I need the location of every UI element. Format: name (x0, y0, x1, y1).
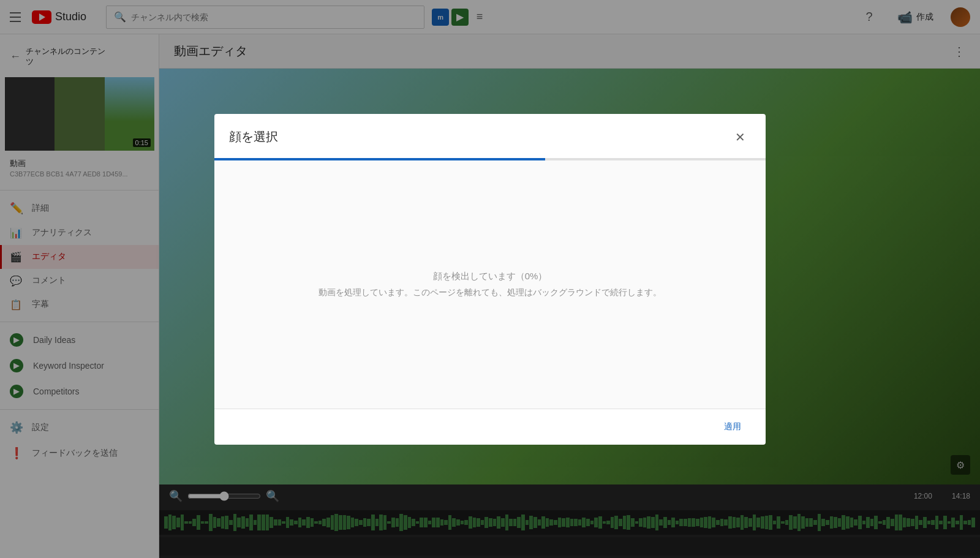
modal-body: 顔を検出しています（0%） 動画を処理しています。このページを離れても、処理はバ… (214, 160, 766, 409)
modal-header: 顔を選択 ✕ (214, 114, 766, 158)
modal-overlay: 顔を選択 ✕ 顔を検出しています（0%） 動画を処理しています。このページを離れ… (0, 0, 980, 558)
modal-status-text: 顔を検出しています（0%） (433, 271, 548, 282)
modal-progress-bar (214, 158, 766, 160)
modal-close-button[interactable]: ✕ (729, 126, 751, 148)
close-icon: ✕ (735, 130, 745, 145)
modal-footer: 適用 (214, 409, 766, 445)
apply-button[interactable]: 適用 (714, 417, 751, 437)
face-select-modal: 顔を選択 ✕ 顔を検出しています（0%） 動画を処理しています。このページを離れ… (214, 114, 766, 445)
modal-sub-text: 動画を処理しています。このページを離れても、処理はバックグラウンドで続行します。 (318, 287, 662, 298)
modal-title: 顔を選択 (229, 129, 278, 145)
modal-progress-fill (214, 158, 545, 160)
